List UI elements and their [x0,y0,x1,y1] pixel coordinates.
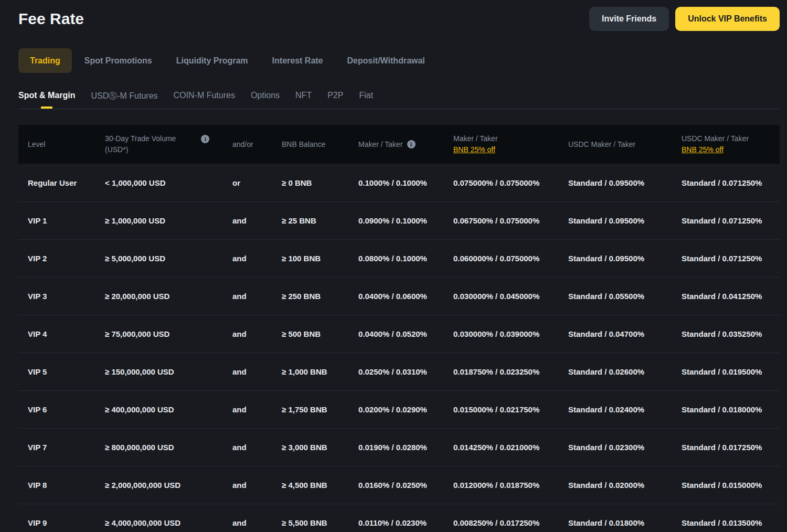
bnb-25-off-link[interactable]: BNB 25% off [682,144,724,155]
header-usdc-maker-taker-bnb: USDC Maker / Taker BNB 25% off [682,133,780,155]
header-trade-volume-line2: (USD*) [105,144,176,155]
cell-usdc-maker-taker-bnb: Standard / 0.019500% [682,367,780,376]
cell-maker-taker: 0.0190% / 0.0280% [358,443,453,452]
cell-usdc-maker-taker: Standard / 0.09500% [568,178,682,187]
cell-andor: and [232,405,282,414]
secondary-tab[interactable]: USDⓈ-M Futures [91,91,157,109]
info-icon[interactable]: i [407,140,416,148]
invite-friends-button[interactable]: Invite Friends [589,7,669,31]
cell-level: VIP 5 [28,367,105,376]
cell-usdc-maker-taker: Standard / 0.02600% [568,367,682,376]
header-andor: and/or [232,139,282,150]
cell-maker-taker: 0.0250% / 0.0310% [358,367,453,376]
cell-level: VIP 3 [28,292,105,301]
header-trade-volume: 30-Day Trade Volume (USD*) i [105,133,232,155]
table-row: VIP 7 ≥ 800,000,000 USD and ≥ 3,000 BNB … [18,428,780,466]
cell-usdc-maker-taker-bnb: Standard / 0.071250% [682,178,780,187]
secondary-tab[interactable]: Fiat [359,91,373,109]
header-maker-taker: Maker / Taker i [358,139,453,150]
secondary-tab[interactable]: P2P [327,91,343,109]
table-row: VIP 5 ≥ 150,000,000 USD and ≥ 1,000 BNB … [18,353,780,390]
cell-maker-taker: 0.0110% / 0.0230% [358,518,453,527]
cell-usdc-maker-taker-bnb: Standard / 0.018000% [682,405,780,414]
cell-maker-taker: 0.0400% / 0.0520% [358,329,453,338]
cell-usdc-maker-taker-bnb: Standard / 0.041250% [682,292,780,301]
cell-trade-volume: ≥ 20,000,000 USD [105,292,232,301]
cell-level: VIP 2 [28,254,105,263]
cell-level: VIP 1 [28,216,105,225]
table-row: VIP 2 ≥ 5,000,000 USD and ≥ 100 BNB 0.08… [18,239,780,277]
secondary-tab[interactable]: Options [251,91,280,109]
cell-usdc-maker-taker: Standard / 0.09500% [568,216,682,225]
cell-maker-taker: 0.0400% / 0.0600% [358,292,453,301]
cell-trade-volume: ≥ 75,000,000 USD [105,329,232,338]
cell-usdc-maker-taker: Standard / 0.05500% [568,292,682,301]
cell-andor: and [232,518,282,527]
cell-level: VIP 4 [28,329,105,338]
bnb-25-off-link[interactable]: BNB 25% off [453,144,495,155]
cell-andor: and [232,292,282,301]
cell-level: Regular User [28,178,105,187]
cell-trade-volume: ≥ 4,000,000,000 USD [105,518,232,527]
table-row: VIP 6 ≥ 400,000,000 USD and ≥ 1,750 BNB … [18,390,780,428]
primary-tab-label: Interest Rate [272,56,323,65]
secondary-tabs: Spot & Margin USDⓈ-M Futures COIN-M Futu… [18,91,780,109]
primary-tab[interactable]: Trading [18,48,72,73]
table-row: Regular User < 1,000,000 USD or ≥ 0 BNB … [18,164,780,201]
primary-tabs: Trading Spot Promotions Liquidity Progra… [18,48,780,73]
cell-bnb-balance: ≥ 4,500 BNB [282,481,358,490]
cell-trade-volume: < 1,000,000 USD [105,178,232,187]
primary-tab[interactable]: Liquidity Program [165,48,260,73]
primary-tab[interactable]: Spot Promotions [73,48,164,73]
cell-usdc-maker-taker-bnb: Standard / 0.035250% [682,329,780,338]
cell-bnb-balance: ≥ 250 BNB [282,292,358,301]
cell-andor: and [232,367,282,376]
header-usdc-maker-taker: USDC Maker / Taker [568,139,682,150]
cell-usdc-maker-taker: Standard / 0.01800% [568,518,682,527]
cell-level: VIP 9 [28,518,105,527]
secondary-tab[interactable]: COIN-M Futures [174,91,235,109]
cell-bnb-balance: ≥ 25 BNB [282,216,358,225]
cell-maker-taker-bnb: 0.060000% / 0.075000% [453,254,568,263]
header-trade-volume-lines: 30-Day Trade Volume (USD*) [105,133,176,155]
cell-bnb-balance: ≥ 100 BNB [282,254,358,263]
header-maker-taker-bnb-line1: Maker / Taker [453,133,563,144]
secondary-tab-label: NFT [295,91,312,100]
cell-maker-taker-bnb: 0.012000% / 0.018750% [453,481,568,490]
cell-bnb-balance: ≥ 3,000 BNB [282,443,358,452]
header-bnb-balance: BNB Balance [282,139,358,150]
unlock-vip-benefits-button[interactable]: Unlock VIP Benefits [675,7,780,31]
secondary-tab[interactable]: NFT [295,91,312,109]
fee-table-body: Regular User < 1,000,000 USD or ≥ 0 BNB … [18,164,780,532]
cell-level: VIP 8 [28,481,105,490]
cell-andor: and [232,481,282,490]
cell-maker-taker-bnb: 0.067500% / 0.075000% [453,216,568,225]
cell-maker-taker-bnb: 0.014250% / 0.021000% [453,443,568,452]
cell-usdc-maker-taker-bnb: Standard / 0.071250% [682,216,780,225]
table-row: VIP 4 ≥ 75,000,000 USD and ≥ 500 BNB 0.0… [18,315,780,353]
fee-table-header: Level 30-Day Trade Volume (USD*) i and/o… [18,125,780,164]
cell-usdc-maker-taker-bnb: Standard / 0.013500% [682,518,780,527]
cell-maker-taker-bnb: 0.030000% / 0.039000% [453,329,568,338]
primary-tab[interactable]: Deposit/Withdrawal [336,48,437,73]
header-usdc-maker-taker-bnb-line1: USDC Maker / Taker [682,133,774,144]
cell-trade-volume: ≥ 800,000,000 USD [105,443,232,452]
info-icon[interactable]: i [201,135,209,143]
cell-maker-taker: 0.0200% / 0.0290% [358,405,453,414]
cell-bnb-balance: ≥ 500 BNB [282,329,358,338]
cell-maker-taker-bnb: 0.075000% / 0.075000% [453,178,568,187]
table-row: VIP 9 ≥ 4,000,000,000 USD and ≥ 5,500 BN… [18,504,780,532]
secondary-tab[interactable]: Spot & Margin [18,91,75,109]
cell-maker-taker: 0.0160% / 0.0250% [358,481,453,490]
secondary-tab-label: USDⓈ-M Futures [91,91,157,100]
fee-table: Level 30-Day Trade Volume (USD*) i and/o… [18,125,780,532]
cell-usdc-maker-taker: Standard / 0.02400% [568,405,682,414]
primary-tab[interactable]: Interest Rate [261,48,335,73]
cell-trade-volume: ≥ 1,000,000 USD [105,216,232,225]
header-maker-taker-label: Maker / Taker [358,139,403,150]
cell-bnb-balance: ≥ 1,000 BNB [282,367,358,376]
secondary-tab-label: P2P [327,91,343,100]
cell-usdc-maker-taker: Standard / 0.02000% [568,481,682,490]
primary-tab-label: Trading [30,56,60,65]
header-maker-taker-bnb: Maker / Taker BNB 25% off [453,133,568,155]
